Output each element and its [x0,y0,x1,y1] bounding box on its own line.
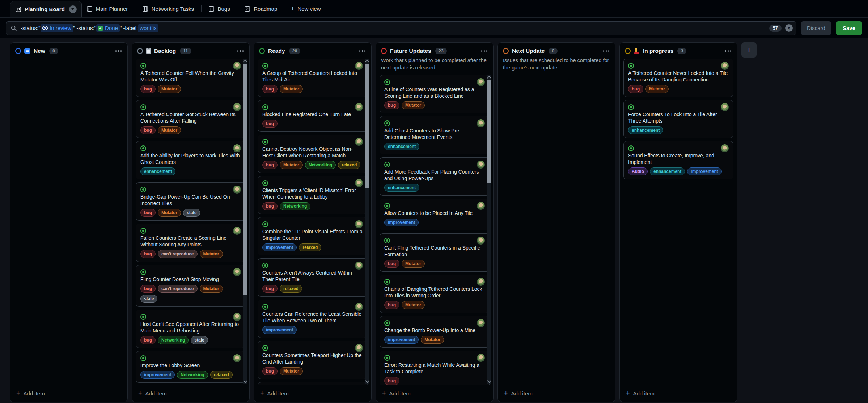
issue-card[interactable]: Change the Bomb Power-Up Into a Mine imp… [380,316,490,348]
scroll-down-icon[interactable] [243,379,247,384]
add-item-button[interactable]: + Add item [376,385,493,402]
scroll-down-icon[interactable] [487,379,491,384]
issue-card[interactable]: Can't Fling Tethered Counters in a Speci… [380,233,490,272]
add-column-button[interactable]: + [741,42,757,58]
assignee-avatar[interactable] [355,179,363,187]
add-item-button[interactable]: + Add item [132,385,249,402]
assignee-avatar[interactable] [721,103,729,111]
issue-card[interactable]: Host Can't See Opponent After Returning … [136,310,246,348]
column-menu-button[interactable] [115,48,123,54]
column-menu-button[interactable] [480,48,488,54]
scrollbar-thumb[interactable] [243,64,247,295]
scroll-up-icon[interactable] [365,59,369,64]
issue-card[interactable]: A Tethered Counter Fell When the Gravity… [136,59,246,97]
assignee-avatar[interactable] [477,78,485,86]
issue-card[interactable]: Clients Triggers a 'Client ID Misatch' E… [258,176,368,214]
assignee-avatar[interactable] [355,262,363,270]
assignee-avatar[interactable] [355,220,363,228]
filter-token: wontfix [138,24,158,32]
issue-card[interactable]: Bridge-Gap Power-Up Can Be Used On Incor… [136,182,246,221]
issue-label: enhancement [384,184,419,192]
issue-card[interactable]: Allow Counters to be Placed In Any Tile … [380,199,490,230]
assignee-avatar[interactable] [355,303,363,311]
assignee-avatar[interactable] [233,313,241,321]
clear-filter-button[interactable]: × [785,24,793,32]
column-name: Ready [268,48,285,54]
assignee-avatar[interactable] [477,319,485,327]
assignee-avatar[interactable] [477,161,485,169]
issue-card[interactable]: Sound Effects to Create, Improve, and Im… [623,141,733,179]
scrollbar-thumb[interactable] [487,80,491,183]
issue-card[interactable]: Fallen Counters Create a Scoring Line Wi… [136,224,246,262]
issue-card[interactable]: Blocked Line Registered One Turn Late bu… [258,100,368,132]
view-options-caret-icon[interactable] [69,5,77,13]
add-item-button[interactable]: + Add item [10,385,127,402]
issue-card[interactable]: Add the Ability for Players to Mark Tile… [136,141,246,179]
view-tab-networking-tasks[interactable]: Networking Tasks [137,0,199,17]
assignee-avatar[interactable] [721,144,729,152]
issue-card[interactable]: Counters Sometimes Teleport Higher Up th… [258,341,368,379]
add-item-button[interactable]: + Add item [498,385,615,402]
add-item-button[interactable]: + Add item [254,385,371,402]
view-tab-main-planner[interactable]: Main Planner [82,0,132,17]
issue-card[interactable]: Add More Feedback For Placing Counters a… [380,157,490,196]
issue-label: enhancement [384,143,419,150]
column-scrollbar[interactable] [365,59,369,384]
filter-input[interactable]: -status:"In review" -status:"Done" -labe… [6,21,796,35]
scroll-down-icon[interactable] [365,379,369,384]
issue-card[interactable]: Counters Aren't Always Centered Within T… [258,258,368,297]
issue-card[interactable]: A Group of Tethered Counters Locked Into… [258,59,368,97]
assignee-avatar[interactable] [477,278,485,286]
issue-card[interactable]: Cannot Destroy Network Object as Non-Hos… [258,135,368,173]
assignee-avatar[interactable] [477,202,485,210]
issue-card[interactable]: Fling Counter Doesn't Stop Moving bugcan… [136,265,246,307]
column-menu-button[interactable] [602,48,610,54]
assignee-avatar[interactable] [355,344,363,352]
assignee-avatar[interactable] [233,62,241,70]
column-scrollbar[interactable] [487,75,491,384]
column-menu-button[interactable] [359,48,367,54]
scroll-up-icon[interactable] [243,59,247,64]
issue-card[interactable]: A Line of Counters Was Registered as a S… [380,75,490,113]
discard-button[interactable]: Discard [801,21,831,35]
assignee-avatar[interactable] [355,103,363,111]
view-tab-planning-board[interactable]: Planning Board [10,1,82,17]
view-tab-roadmap[interactable]: Roadmap [240,0,282,17]
scrollbar-thumb[interactable] [365,64,369,188]
issue-card[interactable]: Chains of Dangling Tethered Counters Loc… [380,275,490,313]
assignee-avatar[interactable] [233,227,241,235]
column-menu-button[interactable] [724,48,732,54]
save-button[interactable]: Save [836,21,862,35]
issue-card[interactable]: A Tethered Counter Never Locked Into a T… [623,59,733,97]
scroll-up-icon[interactable] [487,75,491,80]
column-menu-button[interactable] [237,48,245,54]
issue-card[interactable]: Force Counters To Lock Into a Tile After… [623,100,733,138]
new-view-button[interactable]: + New view [287,0,324,17]
issue-title: A Line of Counters Was Registered as a S… [384,86,485,99]
view-tab-bugs[interactable]: Bugs [204,0,235,17]
issue-card[interactable] [258,382,368,385]
assignee-avatar[interactable] [477,237,485,245]
assignee-avatar[interactable] [477,119,485,127]
column-scrollbar[interactable] [243,59,247,384]
assignee-avatar[interactable] [233,354,241,362]
open-issue-icon [262,263,268,268]
assignee-avatar[interactable] [233,268,241,276]
card-top-row [262,303,363,310]
assignee-avatar[interactable] [477,354,485,362]
issue-card[interactable]: Improve the Lobby Screen improvementNetw… [136,351,246,383]
add-item-button[interactable]: + Add item [620,385,737,402]
assignee-avatar[interactable] [355,62,363,70]
issue-card[interactable]: Add Ghost Counters to Show Pre-Determine… [380,116,490,154]
issue-card[interactable]: Error: Restarting a Match While Awaiting… [380,351,490,385]
assignee-avatar[interactable] [233,144,241,152]
issue-card[interactable]: Combine the '+1' Point Visual Effects Fr… [258,217,368,255]
assignee-avatar[interactable] [355,138,363,146]
issue-label: Mutator [421,336,444,344]
issue-card[interactable]: Counters Can Reference the Least Sensibl… [258,300,368,338]
assignee-avatar[interactable] [233,186,241,194]
card-top-row [140,186,241,192]
issue-card[interactable]: A Tethered Counter Got Stuck Between Its… [136,100,246,138]
assignee-avatar[interactable] [721,62,729,70]
assignee-avatar[interactable] [233,103,241,111]
